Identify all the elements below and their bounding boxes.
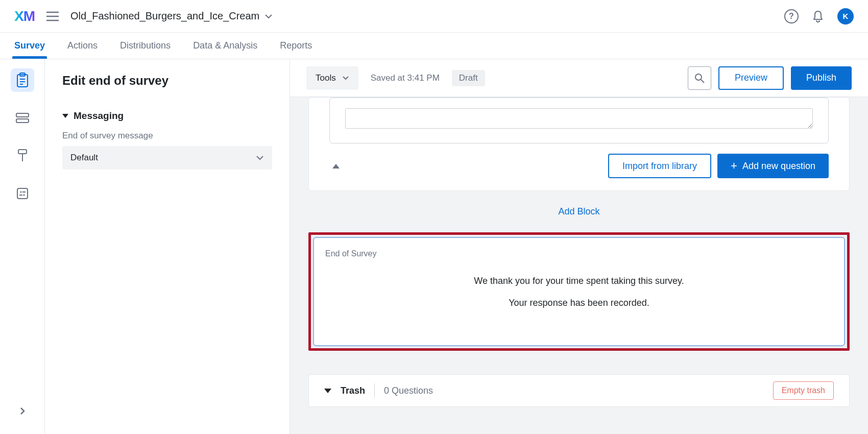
svg-rect-8: [16, 113, 29, 117]
search-button[interactable]: [688, 66, 711, 90]
question-block: Import from library + Add new question: [308, 97, 850, 191]
end-of-survey-heading: End of Survey: [325, 249, 833, 258]
top-header: XM Old_Fashioned_Burgers_and_Ice_Cream ?…: [0, 0, 868, 33]
end-of-survey-highlight: End of Survey We thank you for your time…: [308, 232, 850, 351]
publish-button[interactable]: Publish: [791, 66, 852, 90]
caret-down-icon: [62, 114, 68, 118]
end-of-survey-line1: We thank you for your time spent taking …: [325, 276, 833, 286]
project-name: Old_Fashioned_Burgers_and_Ice_Cream: [70, 10, 259, 22]
rail-expand[interactable]: [11, 399, 34, 423]
main-tabs: Survey Actions Distributions Data & Anal…: [0, 33, 868, 59]
caret-down-icon[interactable]: [324, 389, 331, 393]
trash-label: Trash: [341, 385, 365, 396]
survey-canvas: Tools Saved at 3:41 PM Draft Preview Pub…: [290, 59, 868, 434]
trash-section: Trash 0 Questions Empty trash: [308, 374, 850, 407]
xm-logo: XM: [14, 8, 35, 25]
plus-icon: +: [731, 160, 737, 172]
rail-survey-builder[interactable]: [11, 68, 34, 92]
tab-data-analysis[interactable]: Data & Analysis: [193, 33, 257, 58]
rail-look-and-feel[interactable]: [11, 144, 34, 167]
svg-rect-9: [16, 119, 29, 123]
menu-icon[interactable]: [46, 11, 59, 22]
trash-count: 0 Questions: [384, 385, 433, 396]
left-icon-rail: [0, 59, 45, 434]
rail-survey-flow[interactable]: [11, 106, 34, 130]
collapse-block-icon[interactable]: [332, 164, 340, 168]
eos-message-label: End of survey message: [62, 131, 272, 141]
canvas-toolbar: Tools Saved at 3:41 PM Draft Preview Pub…: [290, 59, 868, 97]
preview-button[interactable]: Preview: [718, 66, 784, 90]
tools-menu[interactable]: Tools: [306, 66, 358, 90]
saved-status: Saved at 3:41 PM: [371, 73, 440, 83]
help-icon[interactable]: ?: [784, 9, 799, 23]
add-block-button[interactable]: Add Block: [308, 206, 850, 217]
tab-reports[interactable]: Reports: [280, 33, 312, 58]
tab-actions[interactable]: Actions: [67, 33, 98, 58]
chevron-down-icon: [264, 14, 273, 19]
tab-distributions[interactable]: Distributions: [120, 33, 171, 58]
svg-line-18: [701, 80, 704, 83]
empty-trash-button[interactable]: Empty trash: [773, 381, 834, 400]
import-from-library-button[interactable]: Import from library: [608, 154, 711, 178]
tab-survey[interactable]: Survey: [14, 33, 45, 58]
project-selector[interactable]: Old_Fashioned_Burgers_and_Ice_Cream: [70, 10, 273, 22]
section-messaging-label: Messaging: [74, 110, 124, 122]
notifications-icon[interactable]: [812, 10, 824, 22]
section-messaging[interactable]: Messaging: [62, 110, 272, 122]
sidebar-panel: Edit end of survey Messaging End of surv…: [45, 59, 290, 434]
svg-point-17: [695, 74, 702, 80]
divider: [374, 383, 375, 398]
end-of-survey-card[interactable]: End of Survey We thank you for your time…: [313, 237, 845, 346]
status-badge: Draft: [452, 70, 485, 86]
add-new-question-button[interactable]: + Add new question: [717, 154, 829, 178]
chevron-down-icon: [256, 155, 264, 160]
question-text-input[interactable]: [345, 108, 813, 129]
sidebar-title: Edit end of survey: [62, 74, 272, 88]
svg-point-15: [23, 194, 25, 196]
svg-rect-12: [17, 188, 28, 199]
svg-point-13: [20, 191, 21, 192]
avatar[interactable]: K: [837, 8, 854, 25]
eos-message-value: Default: [70, 153, 98, 163]
question-frame: [329, 98, 829, 143]
rail-survey-options[interactable]: [11, 182, 34, 205]
eos-message-select[interactable]: Default: [62, 146, 272, 170]
svg-rect-10: [18, 150, 27, 154]
chevron-down-icon: [342, 76, 349, 80]
end-of-survey-line2: Your response has been recorded.: [325, 298, 833, 308]
